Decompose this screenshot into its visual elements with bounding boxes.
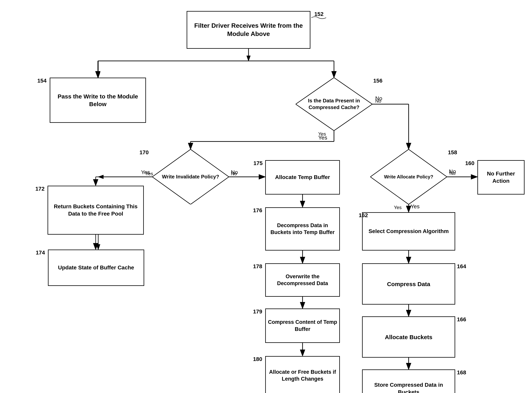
ref-170: 170 bbox=[140, 149, 149, 156]
label-no-present: No bbox=[375, 98, 381, 104]
ref-178: 178 bbox=[253, 263, 262, 270]
node-alloc-buckets: Allocate Buckets bbox=[362, 316, 455, 358]
node-is-present-label: Is the Data Present in Compressed Cache? bbox=[296, 78, 372, 131]
node-store-compressed1: Store Compressed Data in Buckets bbox=[362, 369, 455, 393]
ref-164: 164 bbox=[457, 263, 466, 270]
node-write-allocate-label: Write Allocate Policy? bbox=[370, 149, 447, 204]
ref-156: 156 bbox=[373, 78, 382, 84]
label-yes-wa: Yes bbox=[394, 205, 401, 210]
node-return-buckets: Return Buckets Containing This Data to t… bbox=[48, 186, 144, 235]
ref-175: 175 bbox=[254, 160, 263, 167]
ref-158: 158 bbox=[448, 149, 457, 156]
node-select-algo: Select Compression Algorithm bbox=[362, 212, 455, 251]
node-alloc-temp: Allocate Temp Buffer bbox=[265, 160, 340, 195]
node-write-invalidate: Write Invalidate Policy? bbox=[152, 149, 229, 204]
node-is-present: Is the Data Present in Compressed Cache? bbox=[296, 78, 372, 131]
node-decompress: Decompress Data in Buckets into Temp Buf… bbox=[265, 207, 340, 251]
ref-172: 172 bbox=[35, 186, 45, 192]
ref-180: 180 bbox=[253, 356, 262, 362]
node-write-allocate: Write Allocate Policy? bbox=[370, 149, 447, 204]
node-pass-write: Pass the Write to the Module Below bbox=[50, 78, 146, 123]
label-yes-present: Yes bbox=[318, 131, 326, 137]
node-compress-content: Compress Content of Temp Buffer bbox=[265, 309, 340, 343]
label-no-wi: No bbox=[231, 171, 237, 177]
ref-166: 166 bbox=[457, 316, 466, 323]
node-no-action: No Further Action bbox=[477, 160, 525, 195]
node-compress-data: Compress Data bbox=[362, 263, 455, 305]
label-no-wa: No bbox=[449, 171, 456, 176]
flowchart: Filter Driver Receives Write from the Mo… bbox=[0, 0, 532, 393]
node-alloc-free: Allocate or Free Buckets if Length Chang… bbox=[265, 356, 340, 393]
ref-174: 174 bbox=[36, 250, 45, 256]
ref-154: 154 bbox=[37, 78, 47, 84]
node-filter-driver: Filter Driver Receives Write from the Mo… bbox=[187, 11, 310, 49]
ref-160: 160 bbox=[465, 160, 474, 167]
ref-176: 176 bbox=[253, 207, 262, 214]
label-yes-wi: Yes bbox=[145, 171, 153, 177]
node-overwrite: Overwrite the Decompressed Data bbox=[265, 263, 340, 297]
ref-168: 168 bbox=[457, 369, 466, 376]
ref-179: 179 bbox=[253, 309, 262, 315]
ref-162: 162 bbox=[359, 212, 368, 219]
node-update-state: Update State of Buffer Cache bbox=[48, 250, 144, 286]
node-write-invalidate-label: Write Invalidate Policy? bbox=[152, 149, 229, 204]
ref-152: 152 bbox=[314, 11, 324, 17]
